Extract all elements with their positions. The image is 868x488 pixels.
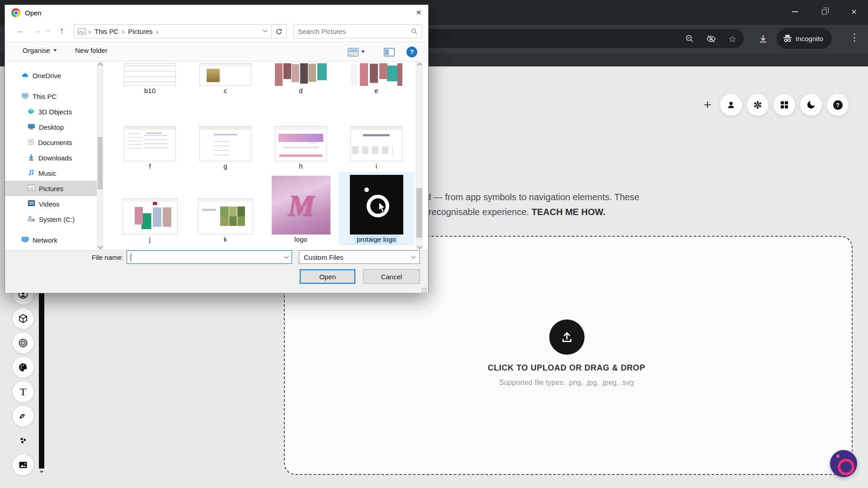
page-scrollbar-down[interactable] (39, 471, 44, 473)
restore-button[interactable] (814, 3, 835, 21)
file-thumbnail[interactable] (198, 198, 253, 235)
breadcrumb-pictures[interactable]: Pictures (127, 28, 153, 35)
file-item-logo[interactable]: Mlogo (263, 172, 339, 245)
sidebar-item-3d-objects[interactable]: 3D Objects (5, 104, 97, 119)
draw-tool-button[interactable] (13, 406, 33, 427)
dialog-close-button[interactable]: ✕ (412, 7, 425, 19)
file-thumbnail[interactable] (124, 126, 176, 161)
back-button[interactable]: ← (16, 26, 25, 36)
sidebar-item-system-c[interactable]: System (C:) (5, 211, 97, 227)
profile-button[interactable] (720, 94, 742, 116)
file-item-g[interactable]: g (188, 97, 263, 172)
brand-fab-button[interactable] (830, 450, 857, 477)
file-item-k[interactable]: k (188, 172, 263, 245)
incognito-badge[interactable]: Incognito (777, 28, 832, 49)
organise-menu[interactable]: Organise (23, 47, 57, 54)
browser-menu-icon[interactable]: ⋮ (848, 32, 861, 43)
file-thumbnail[interactable] (275, 126, 327, 161)
file-list-scrollbar[interactable] (415, 61, 423, 250)
eye-off-icon[interactable] (706, 33, 717, 44)
preview-pane-icon (384, 48, 395, 56)
scroll-down-button[interactable] (415, 242, 423, 250)
breadcrumb-this-pc[interactable]: This PC (94, 28, 119, 35)
settings-button[interactable] (747, 94, 769, 116)
apps-grid-button[interactable] (774, 94, 795, 116)
sidebar-item-documents[interactable]: Documents (5, 135, 97, 150)
image-tool-button[interactable] (13, 455, 33, 475)
file-thumbnail[interactable] (199, 63, 251, 86)
bookmark-star-icon[interactable]: ☆ (727, 33, 738, 44)
file-name-input[interactable] (127, 250, 292, 264)
resize-grip[interactable] (422, 288, 426, 292)
close-icon: ✕ (416, 9, 422, 17)
view-mode-caret[interactable] (361, 51, 365, 53)
file-thumbnail[interactable] (124, 63, 176, 86)
cancel-button[interactable]: Cancel (363, 269, 420, 284)
sidebar-item-music[interactable]: Music (5, 165, 97, 181)
refresh-button[interactable] (272, 24, 287, 38)
file-item-i[interactable]: i (339, 97, 414, 172)
scroll-down-button[interactable] (97, 242, 104, 250)
file-item-e[interactable]: e (339, 61, 414, 97)
sidebar-item-label: 3D Objects (38, 108, 72, 116)
file-item-b10[interactable]: b10 (112, 61, 188, 97)
sidebar-item-videos[interactable]: Videos (5, 196, 97, 211)
dialog-titlebar[interactable]: Open ✕ (5, 5, 428, 20)
file-label: protaige logo (354, 235, 399, 244)
sidebar-item-desktop[interactable]: Desktop (5, 119, 97, 135)
file-item-h[interactable]: h (263, 97, 339, 172)
dark-mode-button[interactable] (800, 94, 822, 116)
preview-pane-button[interactable] (384, 48, 395, 58)
scrollbar-thumb[interactable] (98, 137, 103, 189)
minimize-button[interactable] (784, 3, 805, 21)
forward-button[interactable]: → (33, 26, 42, 36)
help-button[interactable]: ? (827, 94, 849, 116)
3d-tool-button[interactable] (13, 308, 33, 329)
file-item-c[interactable]: c (188, 61, 263, 97)
file-thumbnail[interactable]: M (272, 176, 330, 235)
page-scrollbar-thumb[interactable] (39, 293, 44, 469)
breadcrumb[interactable]: › This PC › Pictures › (74, 24, 272, 38)
palette-tool-button[interactable] (13, 357, 33, 378)
file-thumbnail[interactable] (350, 175, 403, 235)
rings-tool-button[interactable] (13, 333, 33, 353)
sidebar-item-downloads[interactable]: Downloads (5, 150, 97, 165)
file-item-f[interactable]: f (112, 97, 188, 172)
text-tool-button[interactable]: T (13, 381, 33, 402)
file-thumbnail[interactable] (123, 198, 178, 235)
close-window-button[interactable]: ✕ (844, 3, 864, 21)
file-item-j[interactable]: j (112, 172, 188, 245)
dialog-help-button[interactable]: ? (406, 47, 417, 57)
file-thumbnail[interactable] (350, 63, 402, 86)
file-item-d[interactable]: d (263, 61, 339, 97)
file-thumbnail[interactable] (350, 126, 402, 161)
upload-button[interactable] (549, 319, 585, 355)
add-button[interactable]: + (700, 97, 715, 113)
address-dropdown-button[interactable] (264, 30, 267, 32)
scrollbar-thumb[interactable] (416, 188, 422, 238)
file-item-protaige-logo[interactable]: protaige logo (339, 172, 414, 245)
zoom-out-icon[interactable] (684, 33, 695, 44)
sidebar-scrollbar[interactable] (97, 61, 104, 250)
scroll-up-button[interactable] (97, 61, 104, 69)
refresh-icon (275, 28, 283, 35)
dots-tool-button[interactable] (13, 430, 33, 451)
file-thumbnail[interactable] (275, 63, 327, 86)
open-button[interactable]: Open (300, 269, 355, 284)
recent-locations-button[interactable] (47, 30, 50, 32)
file-type-select[interactable]: Custom Files (299, 250, 420, 264)
view-mode-button[interactable] (348, 48, 359, 58)
search-input[interactable]: Search Pictures (293, 24, 422, 38)
new-folder-button[interactable]: New folder (75, 47, 108, 54)
scroll-up-button[interactable] (415, 61, 423, 69)
download-icon[interactable] (758, 33, 769, 44)
up-button[interactable]: ↑ (60, 26, 64, 36)
file-thumbnail[interactable] (199, 126, 251, 161)
teach-me-how-link[interactable]: TEACH ME HOW. (532, 207, 605, 217)
sidebar-item-network[interactable]: Network (5, 232, 97, 248)
thispc-icon (21, 92, 29, 101)
sidebar-item-pictures[interactable]: Pictures (5, 181, 97, 196)
sidebar-item-this-pc[interactable]: This PC (5, 89, 97, 104)
sidebar-item-onedrive[interactable]: OneDrive (5, 68, 97, 83)
chevron-down-icon (98, 244, 103, 249)
